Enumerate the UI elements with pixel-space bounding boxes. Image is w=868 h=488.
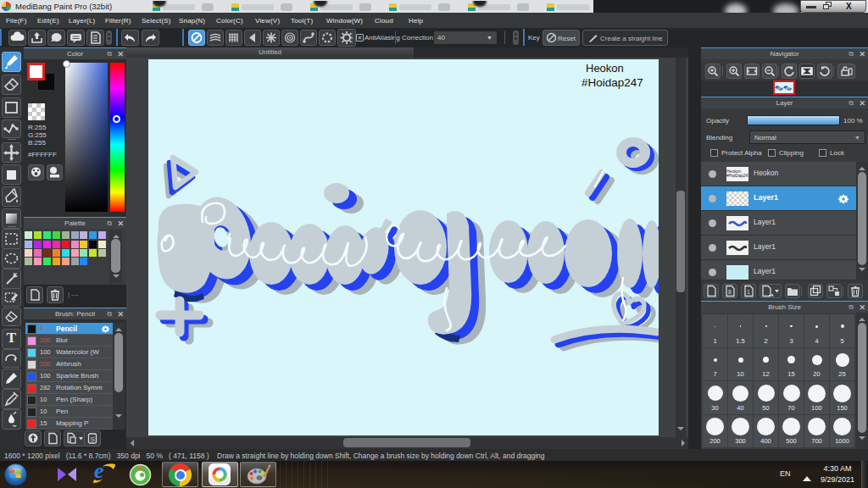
- svg-text:S: S: [91, 435, 95, 443]
- svg-text:1: 1: [747, 289, 750, 295]
- svg-text:8: 8: [728, 289, 732, 295]
- svg-text:Heokon: Heokon: [586, 62, 624, 75]
- svg-text:#Hoidap247: #Hoidap247: [581, 76, 643, 89]
